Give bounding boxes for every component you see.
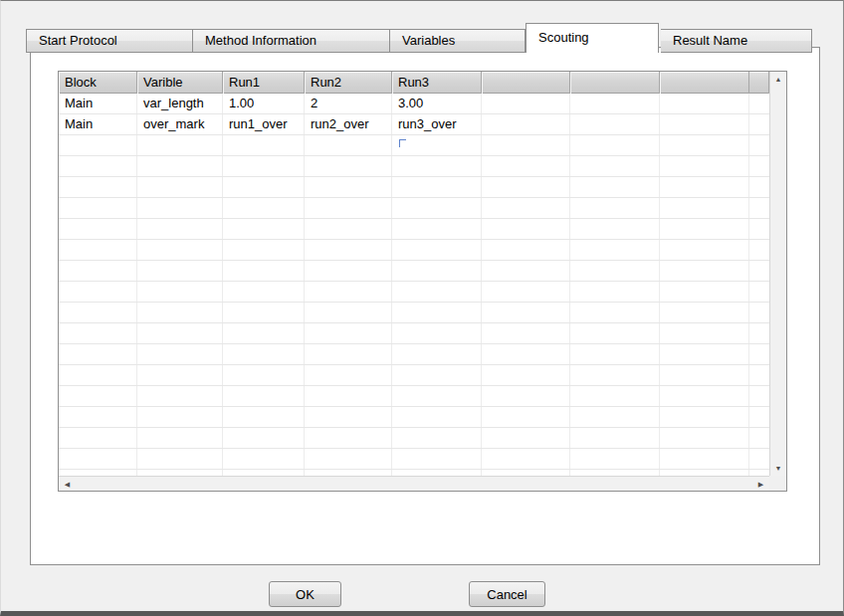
table-cell[interactable]: [660, 428, 749, 448]
tab-start-protocol[interactable]: Start Protocol: [26, 29, 193, 53]
table-cell[interactable]: [59, 449, 137, 469]
table-cell[interactable]: [660, 135, 749, 155]
table-cell[interactable]: [482, 177, 570, 197]
table-cell[interactable]: [305, 323, 392, 343]
tab-method-information[interactable]: Method Information: [193, 29, 390, 53]
table-cell[interactable]: [660, 365, 749, 385]
table-cell[interactable]: [570, 198, 660, 218]
table-cell[interactable]: [392, 449, 482, 469]
table-cell[interactable]: [137, 261, 223, 281]
table-cell[interactable]: [660, 386, 749, 406]
table-cell[interactable]: [59, 282, 137, 302]
table-cell[interactable]: Main: [59, 94, 137, 113]
table-cell[interactable]: [660, 344, 749, 364]
ok-button[interactable]: OK: [269, 581, 341, 607]
table-cell[interactable]: Main: [59, 114, 137, 134]
table-cell[interactable]: [223, 386, 305, 406]
table-cell[interactable]: [223, 323, 305, 343]
table-cell[interactable]: [660, 261, 749, 281]
table-cell[interactable]: [137, 156, 223, 176]
table-cell[interactable]: [223, 407, 305, 427]
table-cell[interactable]: [305, 449, 392, 469]
column-header-run1[interactable]: Run1: [223, 72, 305, 94]
table-cell[interactable]: [59, 428, 137, 448]
table-cell[interactable]: [392, 240, 482, 260]
table-cell[interactable]: [482, 323, 570, 343]
column-header-run2[interactable]: Run2: [305, 72, 392, 94]
table-row-empty[interactable]: [59, 177, 769, 198]
table-cell[interactable]: [137, 428, 223, 448]
table-row-1[interactable]: Mainvar_length1.0023.00: [59, 94, 769, 114]
table-cell[interactable]: [482, 449, 570, 469]
table-row-empty[interactable]: [59, 156, 769, 177]
table-cell[interactable]: [660, 219, 749, 239]
table-cell[interactable]: [660, 156, 749, 176]
table-cell[interactable]: [305, 386, 392, 406]
table-cell[interactable]: [392, 323, 482, 343]
table-cell[interactable]: [137, 386, 223, 406]
table-cell[interactable]: run3_over: [392, 114, 482, 134]
table-cell[interactable]: [482, 261, 570, 281]
table-cell[interactable]: [660, 240, 749, 260]
table-cell[interactable]: [59, 240, 137, 260]
column-header-empty-5[interactable]: [482, 72, 570, 94]
table-cell[interactable]: [660, 407, 749, 427]
table-row-empty[interactable]: [59, 407, 769, 428]
table-cell[interactable]: [59, 323, 137, 343]
table-cell[interactable]: var_length: [137, 94, 223, 113]
table-cell[interactable]: [59, 261, 137, 281]
table-cell[interactable]: [482, 282, 570, 302]
table-cell[interactable]: [137, 198, 223, 218]
table-cell[interactable]: [482, 344, 570, 364]
table-cell[interactable]: [305, 282, 392, 302]
table-cell[interactable]: [570, 219, 660, 239]
table-cell[interactable]: [223, 303, 305, 322]
table-row-empty[interactable]: [59, 198, 769, 219]
table-cell[interactable]: [223, 240, 305, 260]
table-cell[interactable]: [570, 449, 660, 469]
table-cell[interactable]: [392, 386, 482, 406]
table-cell[interactable]: run1_over: [223, 114, 305, 134]
table-cell[interactable]: run2_over: [305, 114, 392, 134]
table-cell[interactable]: [59, 365, 137, 385]
scroll-left-icon[interactable]: ◀: [59, 477, 76, 492]
table-cell[interactable]: 1.00: [223, 94, 305, 113]
table-cell[interactable]: [660, 449, 749, 469]
table-cell[interactable]: [660, 198, 749, 218]
table-cell[interactable]: [660, 303, 749, 322]
table-row-empty[interactable]: [59, 386, 769, 407]
table-cell[interactable]: [660, 177, 749, 197]
table-cell[interactable]: [570, 386, 660, 406]
table-cell[interactable]: [392, 303, 482, 322]
tab-variables[interactable]: Variables: [390, 29, 526, 53]
horizontal-scrollbar[interactable]: ◀ ▶: [59, 476, 769, 491]
table-row-empty[interactable]: [59, 428, 769, 449]
table-cell[interactable]: [305, 135, 392, 155]
table-cell[interactable]: [305, 240, 392, 260]
table-cell[interactable]: [570, 344, 660, 364]
table-row-empty[interactable]: [59, 323, 769, 344]
table-cell[interactable]: [482, 135, 570, 155]
table-cell[interactable]: [305, 177, 392, 197]
table-row-empty[interactable]: [59, 261, 769, 282]
table-cell[interactable]: [392, 407, 482, 427]
table-row-empty[interactable]: [59, 344, 769, 365]
table-row-empty[interactable]: [59, 365, 769, 386]
table-cell[interactable]: [223, 428, 305, 448]
table-cell[interactable]: [392, 198, 482, 218]
table-cell[interactable]: [570, 156, 660, 176]
table-cell[interactable]: [570, 365, 660, 385]
table-cell[interactable]: [305, 198, 392, 218]
table-cell[interactable]: [482, 365, 570, 385]
table-cell[interactable]: [137, 303, 223, 322]
table-cell[interactable]: [482, 386, 570, 406]
table-cell[interactable]: [137, 365, 223, 385]
table-row-empty[interactable]: [59, 282, 769, 303]
table-cell[interactable]: [305, 261, 392, 281]
table-cell[interactable]: [392, 261, 482, 281]
column-header-empty-6[interactable]: [570, 72, 660, 94]
table-cell[interactable]: [482, 156, 570, 176]
table-cell[interactable]: [392, 344, 482, 364]
table-cell[interactable]: [570, 428, 660, 448]
tab-scouting[interactable]: Scouting: [526, 23, 659, 53]
